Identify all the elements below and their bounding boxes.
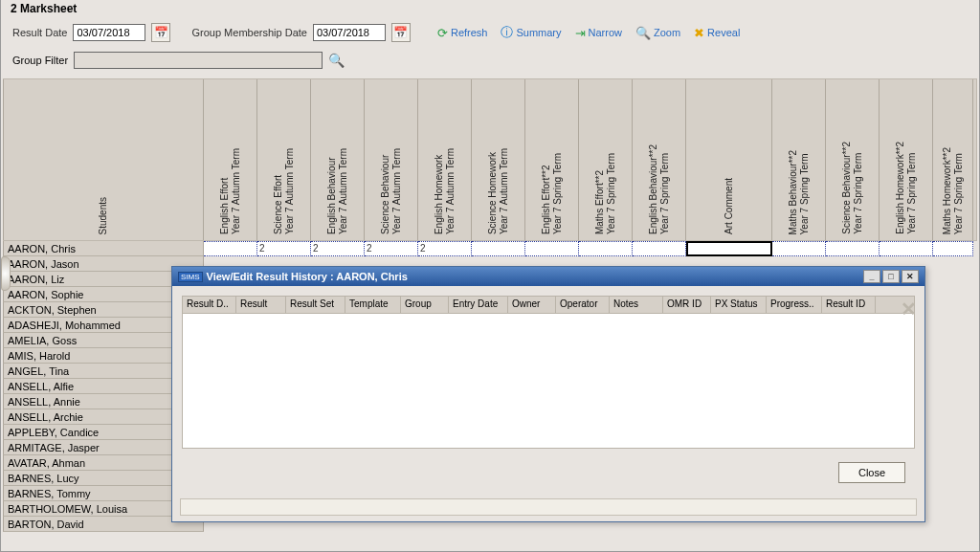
data-cell[interactable]: 2 (418, 241, 472, 256)
data-cell[interactable] (772, 241, 826, 256)
search-icon[interactable]: 🔍 (328, 53, 345, 68)
narrow-link[interactable]: ⇥Narrow (575, 26, 622, 40)
dialog-title: View/Edit Result History : AARON, Chris (207, 271, 408, 282)
minimize-button[interactable]: _ (863, 270, 880, 283)
history-column-header[interactable]: OMR ID (663, 297, 711, 313)
data-cell[interactable]: 2 (365, 241, 418, 256)
maximize-button[interactable]: □ (882, 270, 900, 283)
result-history-dialog: SIMS View/Edit Result History : AARON, C… (171, 266, 925, 522)
column-header[interactable]: Science HomeworkYear 7 Autumn Term (472, 79, 525, 240)
zoom-link[interactable]: 🔍Zoom (635, 26, 680, 40)
narrow-icon: ⇥ (575, 26, 586, 40)
top-toolbar: Result Date 📅 Group Membership Date 📅 ⟳R… (1, 17, 979, 48)
zoom-icon: 🔍 (635, 26, 651, 40)
side-expander-handle[interactable] (1, 256, 11, 291)
data-cell[interactable] (579, 241, 633, 256)
membership-date-calendar-icon[interactable]: 📅 (391, 23, 411, 42)
column-header[interactable]: English BehaviourYear 7 Autumn Term (311, 79, 365, 240)
data-cell[interactable] (204, 241, 257, 256)
result-date-calendar-icon[interactable]: 📅 (151, 23, 170, 42)
membership-date-input[interactable] (313, 24, 386, 41)
column-header[interactable]: English HomeworkYear 7 Autumn Term (418, 79, 472, 240)
close-window-button[interactable]: ✕ (902, 270, 919, 283)
column-header[interactable]: English EffortYear 7 Autumn Term (204, 79, 257, 240)
group-filter-row: Group Filter 🔍 (1, 48, 979, 78)
student-row[interactable]: AARON, Chris (3, 241, 204, 256)
column-header[interactable]: Maths Behaviour**2Year 7 Spring Term (772, 79, 826, 240)
column-header[interactable]: English Effort**2Year 7 Spring Term (525, 79, 579, 240)
group-filter-input[interactable] (74, 52, 323, 69)
history-column-header[interactable]: Owner (508, 297, 556, 313)
history-column-header[interactable]: Entry Date (449, 297, 508, 313)
column-header[interactable]: English Behaviour**2Year 7 Spring Term (633, 79, 686, 240)
history-grid[interactable]: Result D..ResultResult SetTemplateGroupE… (182, 296, 915, 449)
reveal-link[interactable]: ✖Reveal (694, 26, 740, 40)
column-header[interactable]: Science Behaviour**2Year 7 Spring Term (826, 79, 880, 240)
history-column-header[interactable]: Operator (556, 297, 610, 313)
info-icon: ⓘ (501, 24, 513, 41)
data-cell[interactable]: 2 (257, 241, 311, 256)
result-date-input[interactable] (73, 24, 145, 41)
data-cell[interactable] (525, 241, 579, 256)
history-column-header[interactable]: PX Status (711, 297, 767, 313)
group-filter-label: Group Filter (12, 55, 68, 66)
summary-link[interactable]: ⓘSummary (501, 24, 561, 41)
history-column-header[interactable]: Result D.. (183, 297, 236, 313)
app-badge: SIMS (178, 272, 203, 282)
data-cell[interactable] (633, 241, 686, 256)
history-grid-body[interactable] (183, 314, 914, 448)
refresh-icon: ⟳ (437, 26, 448, 40)
data-cell[interactable] (880, 241, 933, 256)
history-column-header[interactable]: Template (345, 297, 401, 313)
column-header[interactable]: Science EffortYear 7 Autumn Term (257, 79, 311, 240)
column-header[interactable]: English Homework**2Year 7 Spring Term (880, 79, 933, 240)
membership-date-label: Group Membership Date (191, 27, 306, 38)
clear-icon[interactable]: ✕ (901, 298, 917, 320)
column-header[interactable]: Maths Effort**2Year 7 Spring Term (579, 79, 633, 240)
refresh-link[interactable]: ⟳Refresh (437, 26, 488, 40)
data-cell[interactable] (933, 241, 973, 256)
data-cell[interactable] (686, 241, 772, 256)
result-date-label: Result Date (12, 27, 67, 38)
history-column-header[interactable]: Progress.. (767, 297, 822, 313)
column-header[interactable]: Science BehaviourYear 7 Autumn Term (365, 79, 418, 240)
column-header[interactable]: Maths Homework**2Year 7 Spring Term (933, 79, 973, 240)
history-column-header[interactable]: Result Set (286, 297, 345, 313)
history-column-header[interactable]: Group (401, 297, 449, 313)
close-button[interactable]: Close (838, 462, 905, 483)
data-cell[interactable] (472, 241, 525, 256)
data-cell[interactable] (826, 241, 880, 256)
column-header[interactable]: Art Comment (686, 79, 772, 240)
data-cell[interactable]: 2 (311, 241, 365, 256)
dialog-titlebar[interactable]: SIMS View/Edit Result History : AARON, C… (172, 267, 924, 286)
history-column-header[interactable]: Result (236, 297, 286, 313)
students-column-header[interactable]: Students (3, 79, 204, 240)
history-column-header[interactable]: Notes (610, 297, 663, 313)
panel-title: 2 Marksheet (1, 0, 979, 17)
dialog-statusbar (180, 498, 917, 516)
reveal-icon: ✖ (694, 26, 704, 40)
history-column-header[interactable]: Result ID (822, 297, 876, 313)
